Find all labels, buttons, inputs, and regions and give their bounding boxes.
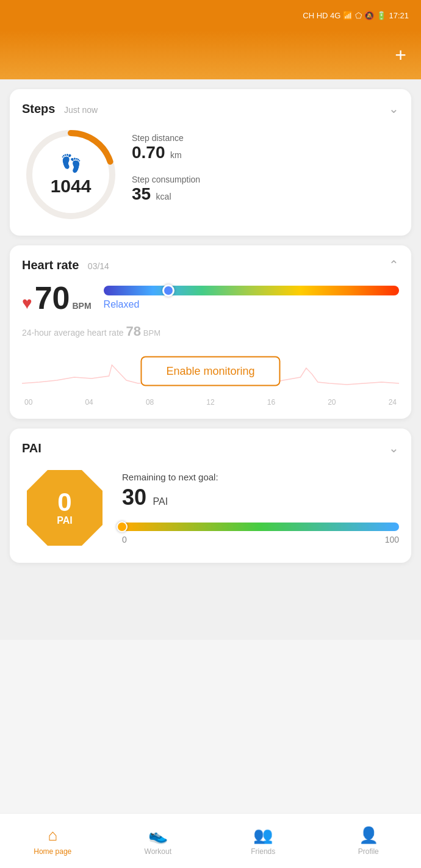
pai-octagon-wrapper: 0 PAI [22,465,107,551]
cards-container: Steps Just now ⌄ 👣 1044 [0,79,421,640]
pai-prog-min: 0 [122,535,127,544]
steps-title: Steps [22,102,55,115]
step-consumption-label: Step consumption [132,175,399,184]
workout-icon: 👟 [148,826,168,845]
steps-subtitle: Just now [64,105,98,115]
steps-card-title-area: Steps Just now [22,102,98,116]
heart-bpm-display: ♥ 70 BPM [22,282,92,314]
heart-rate-subtitle: 03/14 [88,261,109,271]
nav-label-home: Home page [34,847,71,856]
heart-rate-title: Heart rate [22,258,79,272]
battery-icon: 🔋 [376,11,386,20]
mini-chart-area: Enable monitoring [22,347,399,396]
step-consumption-row: Step consumption 35 kcal [132,175,399,204]
steps-chevron-down-icon[interactable]: ⌄ [389,101,399,116]
step-consumption-value: 35 [132,184,151,203]
profile-icon: 👤 [359,826,378,845]
step-distance-label: Step distance [132,133,399,143]
nav-item-profile[interactable]: 👤 Profile [316,826,422,856]
pai-progress-indicator [117,521,128,532]
time-label-08: 08 [146,398,154,407]
pai-center-display: 0 PAI [57,490,72,526]
steps-circle: 👣 1044 [22,126,120,223]
pai-content: 0 PAI Remaining to next goal: 30 PAI 0 1… [22,465,399,551]
hr-avg-row: 24-hour average heart rate 78 BPM [22,324,399,339]
steps-stats: Step distance 0.70 km Step consumption 3… [132,133,399,216]
time-label-12: 12 [206,398,214,407]
bottom-nav: ⌂ Home page 👟 Workout 👥 Friends 👤 Profil… [0,813,421,868]
nav-item-home[interactable]: ⌂ Home page [0,826,106,856]
heart-rate-gradient-bar [104,286,399,295]
steps-center-display: 👣 1044 [51,153,92,197]
heart-icon: ♥ [22,294,32,313]
pai-title: PAI [22,441,41,455]
time-axis: 00 04 08 12 16 20 24 [22,398,399,407]
steps-card: Steps Just now ⌄ 👣 1044 [10,89,411,236]
bpm-value: 70 [35,282,70,314]
nav-item-workout[interactable]: 👟 Workout [106,826,211,856]
status-time: 17:21 [389,11,409,20]
pai-card-header: PAI ⌄ [22,441,399,455]
time-label-04: 04 [85,398,93,407]
footprint-icon: 👣 [60,153,82,173]
friends-icon: 👥 [253,826,273,845]
pai-goal-label: Remaining to next goal: [122,472,399,482]
step-consumption-unit: kcal [156,192,171,201]
pai-card: PAI ⌄ 0 PAI Remaining to next goal: 30 P… [10,429,411,563]
heart-status-side: Relaxed [104,286,399,310]
add-button[interactable]: + [395,45,406,65]
pai-progress-labels: 0 100 [122,535,399,544]
step-distance-row: Step distance 0.70 km [132,133,399,162]
home-icon: ⌂ [48,826,57,845]
nav-item-friends[interactable]: 👥 Friends [210,826,316,856]
step-distance-unit: km [170,150,182,160]
time-label-00: 00 [24,398,32,407]
heart-rate-indicator [162,284,175,297]
nav-label-workout: Workout [145,847,171,856]
bpm-unit: BPM [72,301,91,311]
nav-label-friends: Friends [251,847,275,856]
step-distance-value: 0.70 [132,143,165,162]
status-bar: CH HD 4G 📶 ⬠ 🔕 🔋 17:21 [0,0,421,31]
steps-card-header: Steps Just now ⌄ [22,101,399,116]
heart-status-text: Relaxed [104,299,140,309]
heart-rate-chevron-up-icon[interactable]: ⌃ [389,258,399,272]
time-label-24: 24 [389,398,397,407]
heart-rate-card: Heart rate 03/14 ⌃ ♥ 70 BPM Relaxed 24-h… [10,245,411,419]
pai-number: 0 [57,490,72,515]
mute-icon: 🔕 [364,11,374,20]
nav-label-profile: Profile [358,847,379,856]
heart-rate-card-header: Heart rate 03/14 ⌃ [22,258,399,272]
enable-monitoring-button[interactable]: Enable monitoring [140,356,280,386]
hr-avg-label: 24-hour average heart rate [22,328,124,338]
hr-avg-value: 78 [126,324,140,339]
pai-goal-value: 30 [122,485,146,510]
time-label-20: 20 [328,398,336,407]
pai-chevron-down-icon[interactable]: ⌄ [389,441,399,455]
status-bar-content: CH HD 4G 📶 ⬠ 🔕 🔋 17:21 [303,11,409,20]
heart-rate-title-area: Heart rate 03/14 [22,258,109,272]
bluetooth-icon: ⬠ [355,11,362,20]
pai-progress-bar [122,523,399,531]
pai-stats: Remaining to next goal: 30 PAI 0 100 [122,472,399,544]
carrier-signal: CH HD 4G [303,11,340,20]
pai-label: PAI [57,515,72,526]
time-label-16: 16 [267,398,275,407]
steps-content: 👣 1044 Step distance 0.70 km Step consum… [22,126,399,223]
pai-goal-unit: PAI [153,496,168,507]
header: + [0,31,421,79]
steps-count: 1044 [51,176,92,197]
pai-prog-max: 100 [385,535,399,544]
heart-rate-top: ♥ 70 BPM Relaxed [22,282,399,314]
wifi-signal: 📶 [343,11,353,20]
hr-avg-unit: BPM [143,328,160,338]
